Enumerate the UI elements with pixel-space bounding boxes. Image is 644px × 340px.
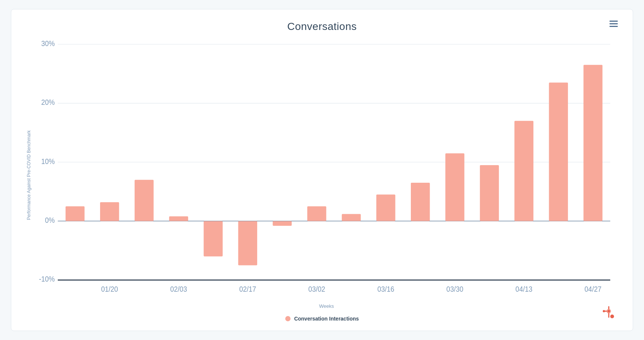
svg-rect-19 — [342, 214, 361, 221]
svg-point-41 — [610, 315, 614, 318]
svg-rect-25 — [549, 83, 568, 221]
svg-text:02/03: 02/03 — [170, 285, 187, 293]
x-axis-label: Weeks — [35, 303, 618, 310]
svg-text:03/02: 03/02 — [308, 285, 325, 293]
svg-text:02/17: 02/17 — [239, 285, 256, 293]
svg-point-36 — [608, 310, 610, 313]
chart-inner: -10%0%10%20%30%01/2002/0302/1703/0203/16… — [35, 40, 618, 310]
svg-rect-18 — [307, 206, 326, 221]
chart-plot: -10%0%10%20%30%01/2002/0302/1703/0203/16… — [35, 40, 618, 301]
svg-point-40 — [603, 310, 605, 312]
y-axis-label: Performance Against Pre-COVID Benchmark — [26, 130, 31, 220]
svg-rect-21 — [411, 183, 430, 221]
svg-rect-26 — [584, 65, 603, 221]
svg-rect-11 — [66, 206, 85, 221]
legend-label: Conversation Interactions — [294, 316, 359, 322]
svg-rect-12 — [100, 202, 119, 221]
svg-rect-20 — [376, 195, 395, 221]
svg-rect-15 — [204, 221, 223, 256]
svg-rect-24 — [514, 121, 533, 221]
svg-text:03/16: 03/16 — [377, 285, 394, 293]
chart-title: Conversations — [26, 21, 618, 33]
svg-rect-23 — [480, 165, 499, 221]
svg-text:04/27: 04/27 — [584, 285, 601, 293]
legend-dot — [285, 316, 291, 321]
svg-rect-14 — [169, 216, 188, 221]
svg-text:03/30: 03/30 — [446, 285, 463, 293]
svg-text:10%: 10% — [41, 157, 55, 166]
menu-icon[interactable] — [610, 21, 618, 27]
hubspot-logo — [600, 304, 618, 323]
svg-text:01/20: 01/20 — [101, 285, 118, 293]
chart-area: Performance Against Pre-COVID Benchmark … — [26, 40, 618, 310]
svg-rect-17 — [273, 221, 292, 226]
svg-text:04/13: 04/13 — [515, 285, 532, 293]
svg-text:20%: 20% — [41, 98, 55, 106]
chart-card: Conversations Performance Against Pre-CO… — [11, 9, 633, 331]
svg-rect-16 — [238, 221, 257, 265]
svg-text:-10%: -10% — [39, 275, 55, 283]
legend: Conversation Interactions — [26, 316, 618, 323]
chart-svg: -10%0%10%20%30%01/2002/0302/1703/0203/16… — [35, 40, 618, 301]
svg-rect-13 — [135, 180, 154, 221]
svg-rect-22 — [445, 153, 464, 221]
svg-text:30%: 30% — [41, 40, 55, 48]
svg-text:0%: 0% — [45, 216, 55, 224]
